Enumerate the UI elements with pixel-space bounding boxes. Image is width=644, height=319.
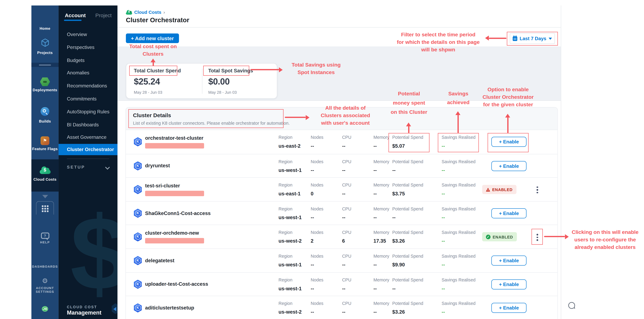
cell-value: -- (373, 167, 389, 173)
breadcrumb[interactable]: $ Cloud Costs › (126, 9, 165, 15)
sidebar-item-autostopping-rules[interactable]: AutoStopping Rules (58, 106, 118, 118)
help-chat-icon: ? (41, 232, 49, 239)
tab-project[interactable]: Project (95, 12, 112, 18)
sidebar-item-feature-flags[interactable]: ⚑ Feature Flags (32, 136, 58, 151)
redacted-text-bar (145, 191, 204, 196)
cell-value: $3.26 (392, 309, 423, 315)
kubernetes-cluster-icon (134, 232, 142, 242)
cell-value: -- (442, 167, 476, 173)
stat-period: May 28 - Jun 03 (208, 90, 253, 94)
chevron-left-icon (113, 307, 116, 311)
cell-region: Regionus-east-2 (278, 130, 300, 154)
chevron-down-icon[interactable] (105, 165, 110, 170)
redacted-text-bar (145, 238, 204, 244)
cell-cpu: CPU-- (342, 296, 351, 319)
cluster-name[interactable]: cluster-orchdemo-new (145, 230, 228, 236)
cell-region: Regionus-west-1 (278, 154, 302, 178)
module-picker-tab[interactable] (36, 201, 54, 214)
tab-account[interactable]: Account (65, 12, 86, 18)
badge-label: ENABLED (493, 235, 513, 239)
sidebar-item-projects[interactable]: Projects (32, 38, 58, 55)
cluster-name[interactable]: test-sri-cluster (145, 183, 228, 189)
cell-memory: Memory-- (373, 272, 389, 296)
feature-flags-icon: ⚑ (41, 136, 49, 145)
cell-value: -- (442, 262, 476, 268)
sidebar-item-bi-dashboards[interactable]: BI Dashboards (58, 119, 118, 130)
table-row: delegatetestRegionus-west-1Nodes--CPU--M… (126, 248, 558, 272)
add-new-cluster-button[interactable]: + Add new cluster (126, 34, 179, 43)
cluster-name-wrap: ShaGkeConn1-Cost-access (145, 202, 228, 225)
cell-value: us-west-1 (278, 286, 302, 292)
column-label: Savings Realised (442, 182, 476, 188)
column-label: CPU (342, 182, 351, 188)
row-menu-kebab-icon[interactable] (535, 186, 540, 194)
sidebar-item-perspectives[interactable]: Perspectives (58, 42, 118, 53)
user-avatar-item[interactable]: JB (32, 304, 58, 313)
cluster-name-wrap: delegatetest (145, 249, 228, 272)
sidebar-item-builds[interactable]: Builds (32, 107, 58, 123)
enable-button[interactable]: + Enable (492, 303, 526, 313)
enable-button[interactable]: + Enable (492, 137, 526, 147)
row-menu-kebab-icon[interactable] (535, 233, 540, 242)
breadcrumb-link[interactable]: Cloud Costs (134, 10, 161, 15)
kubernetes-cluster-icon (134, 185, 142, 194)
bottom-label: HELP (32, 240, 58, 244)
column-label: Savings Realised (442, 277, 476, 282)
gear-icon: ⚙ (42, 277, 48, 285)
column-label: CPU (342, 135, 351, 140)
chevron-down-icon[interactable] (42, 195, 48, 198)
enable-button[interactable]: + Enable (492, 208, 526, 218)
sidebar-item-cluster-orchestrator[interactable]: Cluster Orchestrator (58, 144, 118, 155)
cell-value: -- (373, 262, 389, 268)
cell-value: us-west-1 (278, 214, 302, 220)
cell-value: -- (342, 262, 351, 268)
sidebar-item-cloud-costs[interactable]: $ Cloud Costs (32, 166, 58, 182)
cell-value: -- (373, 214, 389, 220)
column-label: CPU (342, 159, 351, 164)
module-label: Deployments (32, 88, 58, 92)
enable-button[interactable]: + Enable (492, 161, 526, 171)
sidebar-item-anomalies[interactable]: Anomalies (58, 67, 118, 79)
date-range-dropdown[interactable]: Last 7 Days (510, 33, 555, 44)
cell-value: -- (311, 309, 324, 315)
column-label: Potential Spend (392, 254, 423, 258)
column-label: Memory (373, 206, 389, 211)
sidebar-item-overview[interactable]: Overview (58, 29, 118, 40)
cluster-name[interactable]: delegatetest (145, 258, 228, 263)
kubernetes-cluster-icon (134, 161, 142, 170)
sidebar-item-account-settings[interactable]: ⚙ ACCOUNT SETTINGS (32, 277, 58, 294)
enable-button[interactable]: + Enable (492, 256, 526, 266)
cloud-costs-icon: $ (40, 166, 50, 174)
page-header: $ Cloud Costs › Cluster Orchestrator (118, 5, 561, 28)
card-divider (202, 68, 202, 94)
column-label: Region (278, 159, 302, 164)
cell-nodes: Nodes-- (311, 272, 324, 296)
sidebar-item-help[interactable]: ? HELP (32, 231, 58, 244)
cell-region: Regionus-west-2 (278, 225, 302, 248)
sidebar-item-home[interactable]: Home (32, 13, 58, 31)
sidebar-item-commitments[interactable]: Commitments (58, 93, 118, 104)
cluster-rows: orchestrator-test-clusterRegionus-east-2… (126, 130, 558, 319)
column-label: Savings Realised (442, 206, 476, 211)
cluster-name[interactable]: uploader-test-Cost-access (145, 281, 228, 287)
cluster-name[interactable]: ShaGkeConn1-Cost-access (145, 210, 228, 216)
chat-support-icon[interactable] (567, 301, 576, 310)
module-label: Builds (32, 119, 58, 123)
sidebar-item-deployments[interactable]: ∞ Deployments (32, 78, 58, 92)
cell-value: -- (342, 167, 351, 173)
sidebar-item-asset-governance[interactable]: Asset Governance (58, 132, 118, 143)
cluster-name[interactable]: orchestrator-test-cluster (145, 135, 228, 141)
sidebar-item-budgets[interactable]: Budgets (58, 55, 118, 66)
kubernetes-cluster-icon (134, 280, 142, 289)
cell-memory: Memory-- (373, 130, 389, 154)
sidebar-item-dashboards[interactable]: DASHBOARDS (32, 255, 58, 268)
grid-icon (42, 205, 48, 212)
cluster-name[interactable]: dryruntest (145, 163, 228, 169)
setup-section-label[interactable]: SETUP (67, 165, 85, 170)
stat-label: Total Cluster Spend (134, 68, 181, 74)
cluster-name[interactable]: aditiclustertestsetup (145, 305, 228, 311)
sidebar-item-recommendations[interactable]: Recommendations (58, 80, 118, 92)
module-label: Home (32, 26, 58, 30)
summary-card: Total Cluster Spend $25.24 May 28 - Jun … (126, 63, 277, 99)
enable-button[interactable]: + Enable (492, 279, 526, 289)
